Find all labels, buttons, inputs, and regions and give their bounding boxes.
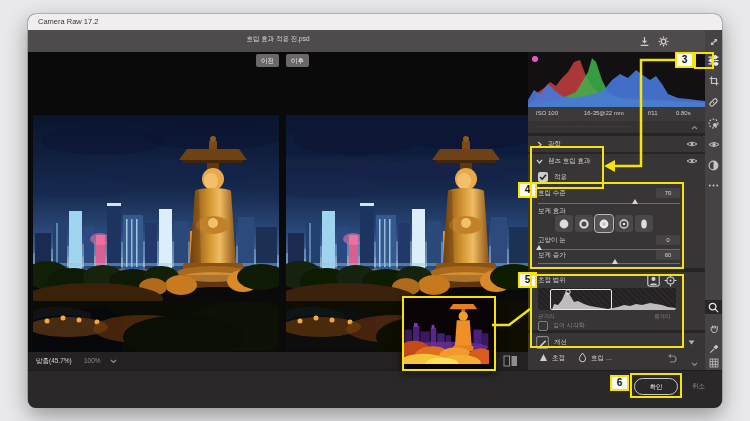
camera-raw-window: Camera Raw 17.2 흐림 효과 적용 전.psd: [28, 14, 722, 407]
desktop: Camera Raw 17.2 흐림 효과 적용 전.psd: [0, 0, 750, 421]
depth-range-bar[interactable]: [538, 288, 676, 310]
presets-icon[interactable]: [705, 158, 722, 172]
edit-sliders-icon[interactable]: [705, 53, 722, 67]
heal-icon[interactable]: [705, 95, 722, 109]
refine-brush-icon[interactable]: [536, 336, 549, 349]
cat-eye-value[interactable]: 0: [656, 235, 680, 245]
more-icon[interactable]: [705, 178, 722, 192]
boost-slider[interactable]: [538, 263, 680, 264]
focus-brush-label[interactable]: 초점: [552, 354, 565, 363]
panel-section-lens-blur: 렌즈 흐림 효과 적용 흐림 수준 70 보케 효과: [528, 154, 705, 268]
apply-checkbox-label: 적용: [554, 173, 567, 182]
bottom-bar: 확인 취소: [28, 370, 722, 408]
zoom-fit-label[interactable]: 맞춤(45.7%): [36, 357, 72, 366]
exif-bar: ISO 100 16-35@22 mm f/11 0.80s: [528, 107, 705, 121]
refine-dropdown-icon[interactable]: [688, 340, 695, 345]
camera-info-row: ········································…: [528, 121, 705, 133]
apply-checkbox[interactable]: [538, 172, 548, 182]
settings-icon[interactable]: [657, 35, 670, 48]
hand-tool-icon[interactable]: [705, 321, 722, 335]
after-view-label: 이후: [286, 54, 309, 67]
bokeh-shape-blade[interactable]: [595, 215, 613, 232]
fullscreen-toggle-icon[interactable]: [705, 35, 722, 49]
panel-section-focal-range: 초점 범위 근거리 원거리: [528, 272, 705, 330]
chevron-down-icon[interactable]: [536, 159, 543, 164]
undo-icon[interactable]: [666, 353, 677, 363]
blur-amount-slider[interactable]: [538, 203, 680, 204]
blur-brush-icon[interactable]: [578, 352, 587, 363]
camera-info-fineprint: ········································…: [536, 123, 632, 129]
depth-range-selection[interactable]: [550, 289, 612, 310]
blur-amount-slider-thumb[interactable]: [632, 199, 638, 204]
split-view-icon[interactable]: [503, 355, 518, 367]
lens-blur-section-label[interactable]: 렌즈 흐림 효과: [548, 157, 591, 166]
bokeh-shape-circle[interactable]: [555, 215, 573, 232]
crop-icon[interactable]: [705, 74, 722, 88]
tool-rail: [705, 30, 722, 370]
visualize-depth-checkbox[interactable]: [538, 321, 548, 331]
exif-shutter: 0.80s: [676, 110, 691, 116]
blur-brush-label[interactable]: 흐림 …: [591, 354, 612, 363]
filename-bar: 흐림 효과 적용 전.psd: [28, 30, 722, 52]
refine-label: 개선: [554, 338, 567, 347]
point-focus-icon[interactable]: [664, 274, 677, 287]
eye-icon[interactable]: [686, 157, 698, 165]
before-view-label: 이전: [256, 54, 279, 67]
save-icon[interactable]: [638, 35, 651, 48]
eye-icon[interactable]: [686, 140, 698, 148]
visualize-depth-label: 깊이 시각화: [553, 321, 585, 330]
blur-amount-value[interactable]: 70: [656, 188, 680, 198]
far-label: 원거리: [654, 313, 671, 320]
masking-icon[interactable]: [705, 116, 722, 130]
chevron-right-icon: [537, 141, 542, 148]
focal-range-label: 초점 범위: [538, 276, 566, 285]
edit-panel: ISO 100 16-35@22 mm f/11 0.80s ·········…: [528, 52, 705, 370]
near-label: 근거리: [538, 313, 555, 320]
cat-eye-label: 고양이 눈: [538, 236, 566, 245]
bokeh-shape-cat-eye[interactable]: [635, 215, 653, 232]
subject-focus-icon[interactable]: [647, 274, 660, 287]
eyedropper-icon[interactable]: [705, 342, 722, 356]
open-filename: 흐림 효과 적용 전.psd: [183, 35, 373, 44]
zoom-dropdown-chevron-icon[interactable]: [110, 359, 117, 364]
scroll-down-chevron-icon[interactable]: [691, 362, 698, 367]
bokeh-shape-bubble[interactable]: [575, 215, 593, 232]
exif-aperture: f/11: [648, 110, 658, 116]
panel-section-refine: 개선 초점 흐림 …: [528, 333, 705, 370]
blur-amount-label: 흐림 수준: [538, 189, 566, 198]
optics-section-label: 광학: [548, 140, 561, 149]
panel-section-optics[interactable]: 광학: [528, 136, 705, 152]
cat-eye-slider-thumb[interactable]: [536, 245, 542, 250]
zoom-level-value[interactable]: 100%: [84, 357, 101, 364]
window-title: Camera Raw 17.2: [28, 17, 98, 26]
grid-icon[interactable]: [705, 356, 722, 370]
zoom-tool-icon[interactable]: [705, 300, 722, 314]
cancel-button[interactable]: 취소: [692, 382, 705, 391]
title-bar[interactable]: Camera Raw 17.2: [28, 14, 722, 30]
shadow-clipping-indicator: [532, 56, 538, 62]
bokeh-shape-ring[interactable]: [615, 215, 633, 232]
boost-slider-thumb[interactable]: [612, 259, 618, 264]
before-image[interactable]: [33, 115, 279, 351]
boost-value[interactable]: 60: [656, 250, 680, 260]
exif-iso: ISO 100: [536, 110, 558, 116]
collapse-chevron-icon[interactable]: [691, 125, 698, 130]
red-eye-icon[interactable]: [705, 137, 722, 151]
focus-brush-icon[interactable]: [539, 353, 548, 362]
histogram[interactable]: [528, 52, 705, 107]
depth-map-inset: [402, 296, 496, 371]
boost-label: 보케 증가: [538, 251, 566, 260]
exif-lens: 16-35@22 mm: [584, 110, 624, 116]
depth-map-image: [404, 298, 489, 364]
ok-button[interactable]: 확인: [634, 378, 678, 395]
